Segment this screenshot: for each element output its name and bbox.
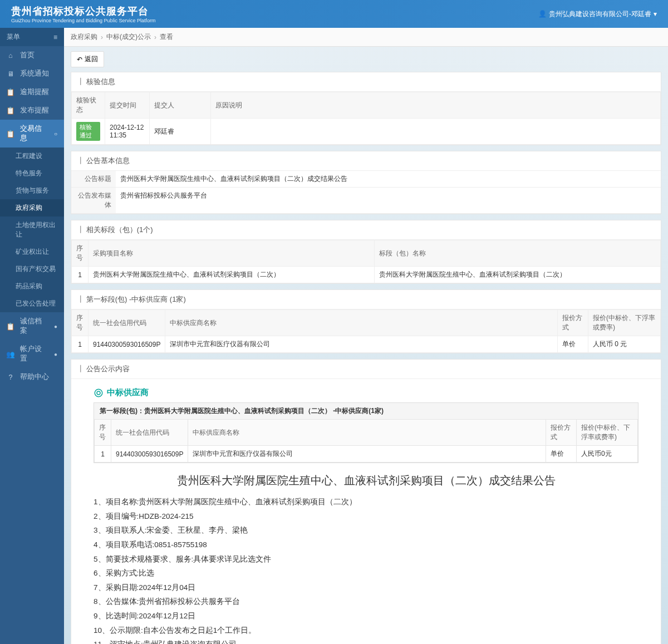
user-icon: 👤: [538, 10, 547, 18]
doc-line: 5、简要技术规格要求、服务:具体要求详见比选文件: [94, 552, 638, 567]
menu-icon: 📋: [7, 322, 14, 330]
doc-line: 1、项目名称:贵州医科大学附属医院生殖中心、血液科试剂采购项目（二次）: [94, 495, 638, 509]
logo: 贵州省招标投标公共服务平台 GuiZhou Province Tendering…: [11, 4, 155, 23]
crumb-0[interactable]: 政府采购: [71, 32, 97, 42]
doc-line: 8、公告媒体:贵州省招标投标公共服务平台: [94, 594, 638, 609]
verify-table: 核验状态 提交时间 提交人 原因说明 核验通过 2024-12-12 11:35…: [71, 92, 661, 145]
winner-panel: 第一标段(包) -中标供应商 (1家) 序号 统一社会信用代码 中标供应商名称 …: [71, 289, 661, 353]
menu-label: 菜单: [7, 32, 20, 42]
table-row: 1 91440300593016509P 深圳市中元宜和医疗仪器有限公司 单价 …: [72, 336, 661, 353]
submenu-item-4[interactable]: 土地使用权出让: [0, 217, 64, 243]
col-status: 核验状态: [72, 92, 105, 119]
sidebar-item-4[interactable]: 📋交易信息○: [0, 120, 64, 148]
table-row: 1 91440300593016509P 深圳市中元宜和医疗仪器有限公司 单价 …: [95, 446, 638, 463]
sidebar-item-5[interactable]: 📋诚信档案●: [0, 312, 64, 340]
user-name: 贵州弘典建设咨询有限公司-邓廷睿: [549, 9, 651, 19]
form-row: 公告标题 贵州医科大学附属医院生殖中心、血液科试剂采购项目（二次）成交结果公告: [71, 171, 661, 188]
submenu-item-1[interactable]: 特色服务: [0, 165, 64, 182]
target-icon: [94, 388, 104, 398]
sections-panel: 相关标段（包）(1个) 序号 采购项目名称 标段（包）名称 1 贵州医科大学附属…: [71, 220, 661, 284]
menu-label: 首页: [20, 51, 35, 60]
document-body: 1、项目名称:贵州医科大学附属医院生殖中心、血液科试剂采购项目（二次）2、项目编…: [94, 495, 638, 644]
col-price: 报价(中标价、下浮率或费率): [588, 310, 661, 336]
sidebar-item-3[interactable]: 📋发布提醒: [0, 101, 64, 120]
cell-method: 单价: [558, 336, 588, 353]
site-subtitle: GuiZhou Province Tendering and Bidding P…: [11, 18, 155, 23]
publish-panel: 公告公示内容 中标供应商 第一标段(包)：贵州医科大学附属医院生殖中心、血液科试…: [71, 359, 661, 644]
sidebar-item-1[interactable]: 🖥系统通知: [0, 65, 64, 83]
cell-seq: 1: [72, 267, 89, 283]
cell-price: 人民币 0 元: [588, 336, 661, 353]
submenu-item-3[interactable]: 政府采购: [0, 199, 64, 217]
menu-icon: 📋: [7, 107, 14, 115]
status-badge: 核验通过: [76, 122, 100, 141]
menu-collapse-icon[interactable]: ≡: [53, 33, 57, 41]
top-header: 贵州省招标投标公共服务平台 GuiZhou Province Tendering…: [0, 0, 668, 28]
back-label: 返回: [85, 55, 98, 64]
menu-icon: 📋: [7, 130, 14, 137]
cell-section: 贵州医科大学附属医院生殖中心、血液科试剂采购项目（二次）: [375, 267, 661, 283]
basic-title: 公告基本信息: [71, 151, 661, 171]
sections-title: 相关标段（包）(1个): [71, 220, 661, 240]
basic-panel: 公告基本信息 公告标题 贵州医科大学附属医院生殖中心、血液科试剂采购项目（二次）…: [71, 151, 661, 214]
crumb-1[interactable]: 中标(成交)公示: [106, 32, 151, 42]
menu-label: 交易信息: [20, 124, 48, 143]
sidebar-item-0[interactable]: ⌂首页: [0, 46, 64, 65]
col-seq: 序号: [95, 420, 111, 446]
doc-line: 3、项目联系人:宋金委、王秋星、李丹、梁艳: [94, 523, 638, 538]
submenu-item-5[interactable]: 矿业权出让: [0, 243, 64, 260]
col-name: 中标供应商名称: [188, 420, 546, 446]
menu-icon: ⌂: [7, 52, 14, 60]
doc-line: 9、比选时间:2024年12月12日: [94, 609, 638, 623]
doc-line: 11、评审地点:贵州弘典建设咨询有限公司: [94, 637, 638, 644]
submenu-item-8[interactable]: 已发公告处理: [0, 295, 64, 312]
publish-title: 公告公示内容: [71, 360, 661, 379]
sidebar-item-6[interactable]: 👥帐户设置●: [0, 340, 64, 368]
col-proj: 采购项目名称: [89, 240, 375, 267]
cell-seq: 1: [95, 446, 111, 463]
doc-line: 6、采购方式:比选: [94, 566, 638, 581]
col-person: 提交人: [150, 92, 211, 119]
caret-down-icon: ▾: [654, 10, 657, 18]
col-reason: 原因说明: [211, 92, 661, 119]
back-button[interactable]: ↶ 返回: [71, 51, 104, 67]
label-title: 公告标题: [71, 171, 116, 187]
col-code: 统一社会信用代码: [89, 310, 165, 336]
winner-title: 第一标段(包) -中标供应商 (1家): [71, 290, 661, 309]
col-name: 中标供应商名称: [165, 310, 558, 336]
crumb-2: 查看: [160, 32, 173, 42]
cell-time: 2024-12-12 11:35: [105, 119, 150, 145]
submenu-item-0[interactable]: 工程建设: [0, 148, 64, 165]
breadcrumb: 政府采购 › 中标(成交)公示 › 查看: [64, 28, 668, 47]
site-title: 贵州省招标投标公共服务平台: [11, 4, 155, 18]
menu-label: 帐户设置: [20, 345, 48, 363]
svg-point-0: [95, 389, 102, 397]
submenu-item-7[interactable]: 药品采购: [0, 278, 64, 295]
table-row: 核验通过 2024-12-12 11:35 邓廷睿: [72, 119, 661, 145]
sections-table: 序号 采购项目名称 标段（包）名称 1 贵州医科大学附属医院生殖中心、血液科试剂…: [71, 240, 661, 283]
supplier-badge-text: 中标供应商: [107, 387, 149, 398]
cell-code: 91440300593016509P: [111, 446, 188, 463]
sidebar: 菜单 ≡ ⌂首页🖥系统通知📋逾期提醒📋发布提醒📋交易信息○工程建设特色服务货物与…: [0, 28, 64, 644]
verify-title: 核验信息: [71, 72, 661, 92]
chevron-right-icon: ›: [154, 33, 156, 41]
back-arrow-icon: ↶: [77, 56, 82, 63]
verify-panel: 核验信息 核验状态 提交时间 提交人 原因说明 核验通过 2024-12-12 …: [71, 72, 661, 145]
submenu-item-2[interactable]: 货物与服务: [0, 182, 64, 199]
col-price: 报价(中标价、下浮率或费率): [577, 420, 638, 446]
sidebar-item-7[interactable]: ?帮助中心: [0, 368, 64, 386]
menu-icon: 📋: [7, 89, 14, 96]
doc-line: 2、项目编号:HDZB-2024-215: [94, 509, 638, 524]
value-media: 贵州省招标投标公共服务平台: [116, 188, 661, 213]
menu-label: 帮助中心: [20, 372, 49, 382]
supplier-box: 第一标段(包)：贵州医科大学附属医院生殖中心、血液科试剂采购项目（二次） -中标…: [94, 402, 638, 463]
supplier-box-title: 第一标段(包)：贵州医科大学附属医院生殖中心、血液科试剂采购项目（二次） -中标…: [94, 403, 638, 419]
cell-method: 单价: [546, 446, 577, 463]
sidebar-item-2[interactable]: 📋逾期提醒: [0, 83, 64, 101]
user-menu[interactable]: 👤 贵州弘典建设咨询有限公司-邓廷睿 ▾: [538, 9, 657, 19]
col-method: 报价方式: [546, 420, 577, 446]
table-row: 1 贵州医科大学附属医院生殖中心、血液科试剂采购项目（二次） 贵州医科大学附属医…: [72, 267, 661, 283]
menu-label: 诚信档案: [20, 317, 48, 336]
submenu-item-6[interactable]: 国有产权交易: [0, 260, 64, 278]
cell-code: 91440300593016509P: [89, 336, 165, 353]
